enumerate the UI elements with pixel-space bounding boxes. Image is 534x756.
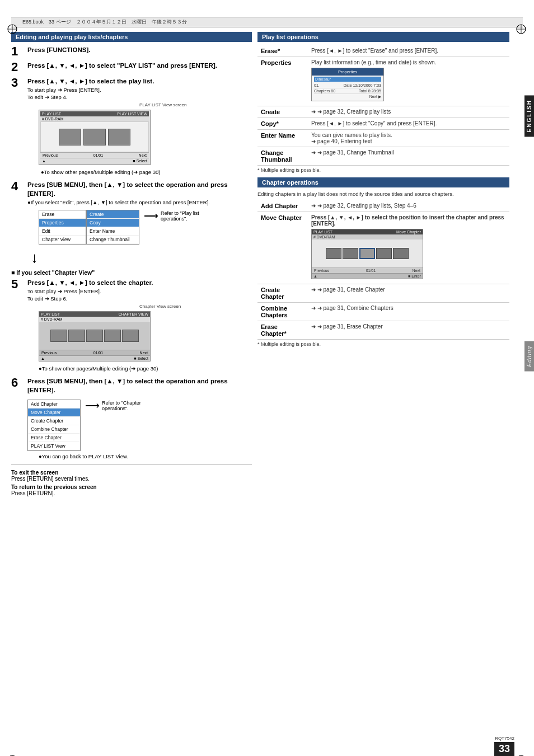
chapter-multiple-note: * Multiple editing is possible. [257, 341, 509, 347]
menu-item-properties: Properties [39, 219, 86, 227]
step-6-menu-row: Add Chapter Move Chapter Create Chapter … [27, 397, 252, 451]
step-5-bullet: ●To show other pages/Multiple editing (➜… [39, 365, 252, 372]
op-copy-desc: Press [◄, ►] to select "Copy" and press … [308, 118, 509, 130]
step-5-sub1: To start play ➜ Press [ENTER]. [27, 288, 252, 294]
op-enter-name-label: Enter Name [257, 130, 308, 147]
menu-item-erase: Erase [39, 210, 86, 219]
step-6: 6 Press [SUB MENU], then [▲, ▼] to selec… [11, 377, 252, 461]
cvs-select: ▲■ Select [39, 355, 150, 361]
op-properties-desc: Play list information (e.g., time and da… [308, 57, 509, 106]
mc-header: PLAY LIST Move Chapter [312, 229, 423, 234]
op-create-desc: ➜ ➜ page 32, Creating play lists [308, 106, 509, 118]
step-5: 5 Press [▲, ▼, ◄, ►] to select the chapt… [11, 278, 252, 373]
cvs-mid: 01/01 [93, 351, 104, 355]
screen-body [40, 121, 149, 152]
table-row-move-chapter: Move Chapter Press [▲, ▼, ◄, ►] to selec… [257, 212, 509, 284]
step-6-arrow-note: ⟶ Refer to "Chapter operations". [85, 400, 152, 412]
create-chapter-text: Create Chapter [261, 287, 284, 300]
cvs-sub: # DVD-RAM [39, 317, 150, 322]
menu-item-chapter-view: Chapter View [39, 236, 86, 244]
step-3-sub1: To start play ➜ Press [ENTER]. [27, 87, 252, 93]
exit-title-2: To return to the previous screen [11, 484, 97, 490]
table-row-copy: Copy* Press [◄, ►] to select "Copy" and … [257, 118, 509, 130]
op-properties-text: Play list information (e.g., time and da… [311, 59, 436, 65]
step-6-number: 6 [11, 377, 25, 389]
add-chapter-ref: ➜ page 32, Creating play lists, Step 4–6 [317, 203, 416, 209]
mc-right: Move Chapter [396, 230, 421, 234]
ps-row2-left: Chapters 80 [314, 89, 335, 93]
sm-erase-chapter: Erase Chapter [28, 434, 80, 442]
table-row-change-thumbnail: Change Thumbnail ➜ ➜ page 31, Change Thu… [257, 147, 509, 166]
op-create-chapter-label: Create Chapter [257, 284, 308, 303]
mc-left: PLAY LIST [313, 230, 332, 234]
page-number-area: RQT7542 33 33 [494, 736, 514, 756]
step-4-menu-container: Erase Properties Edit Chapter View Creat… [39, 208, 252, 245]
down-arrow: ↓ [31, 250, 252, 265]
step-4-arrow-note: ⟶ Refer to "Play list operations". [144, 210, 205, 222]
screen-header: PLAY LIST PLAY LIST VIEW [40, 111, 149, 116]
table-row-combine-chapters: Combine Chapters ➜ ➜ page 31, Combine Ch… [257, 303, 509, 321]
table-row-create-chapter: Create Chapter ➜ ➜ page 31, Create Chapt… [257, 284, 509, 303]
chapter-ops-table: Add Chapter ➜ ➜ page 32, Creating play l… [257, 200, 509, 340]
op-move-chapter-desc: Press [▲, ▼, ◄, ►] to select the positio… [308, 212, 509, 284]
screen-left-label: PLAY LIST [42, 112, 61, 116]
left-column: Editing and playing play lists/chapters … [11, 32, 252, 496]
enter-name-text2: ➜ page 40, Entering text [311, 138, 506, 144]
step-4-text: Press [SUB MENU], then [▲, ▼] to select … [27, 180, 252, 198]
cvs-body [39, 322, 150, 350]
step-5-text: Press [▲, ▼, ◄, ►] to select the chapter… [27, 278, 252, 287]
arrow-note-text: Refer to "Play list operations". [161, 210, 205, 222]
corner-tr [514, 22, 528, 36]
page-container: ENGLISH Editing E65.book 33 ページ ２００４年５月１… [0, 17, 534, 756]
cvs-right: CHAPTER VIEW [119, 312, 148, 316]
ps-row-1: 01. Date 12/10/2000 7:33 [314, 83, 381, 88]
sm-combine-chapter: Combine Chapter [28, 425, 80, 434]
mc-body [312, 240, 423, 267]
ps-ok-button: Next ▶ [314, 94, 381, 100]
step-3-text: Press [▲, ▼, ◄, ►] to select the play li… [27, 77, 252, 86]
step-2: 2 Press [▲, ▼, ◄, ►] to select "PLAY LIS… [11, 61, 252, 73]
cvs-header: PLAY LIST CHAPTER VIEW [39, 312, 150, 317]
op-enter-name-desc: You can give names to play lists. ➜ page… [308, 130, 509, 147]
enter-name-text1: You can give names to play lists. [311, 132, 506, 138]
top-bar: E65.book 33 ページ ２００４年５月１２日 水曜日 午後２時５３分 [11, 17, 523, 27]
playlist-ops-header: Play list operations [257, 32, 509, 42]
ps-row2-right: Total 8:28:35 [359, 89, 381, 93]
op-thumbnail-desc: ➜ ➜ page 31, Change Thumbnail [308, 147, 509, 166]
menu-item-change-thumbnail: Change Thumbnail [87, 236, 139, 244]
you-can-go-back-text: ●You can go back to PLAY LIST View. [39, 453, 128, 459]
corner-bl [6, 753, 20, 756]
step-3: 3 Press [▲, ▼, ◄, ►] to select the play … [11, 77, 252, 177]
exit-text-2: Press [RETURN]. [11, 490, 252, 496]
arrow-icon: ⟶ [144, 210, 158, 222]
playlist-multiple-note: * Multiple editing is possible. [257, 167, 509, 173]
footer-mid: 01/01 [93, 153, 104, 157]
ps-row-2: Chapters 80 Total 8:28:35 [314, 88, 381, 94]
op-create-ref: ➜ [311, 109, 317, 115]
step-1-text: Press [FUNCTIONS]. [27, 45, 252, 54]
op-erase-chapter-desc: ➜ ➜ page 31, Erase Chapter [308, 321, 509, 340]
step-5-sub2: To edit ➜ Step 6. [27, 295, 252, 302]
top-bar-text: E65.book 33 ページ ２００４年５月１２日 水曜日 午後２時５３分 [22, 19, 187, 25]
chapter-ops-header: Chapter operations [257, 177, 509, 187]
step6-arrow-icon: ⟶ [85, 400, 100, 412]
screen-3-label: PLAY LIST View screen [139, 102, 263, 107]
page-number-box: 33 [494, 742, 514, 756]
op-combine-chapters-label: Combine Chapters [257, 303, 308, 321]
playlist-ops-table: Erase* Press [◄, ►] to select "Erase" an… [257, 45, 509, 166]
menu-item-copy: Copy [87, 219, 139, 227]
exit-section: To exit the screen Press [RETURN] severa… [11, 469, 252, 496]
step-3-sub2: To edit ➜ Step 4. [27, 94, 252, 100]
step-3-bullet: ●To show other pages/Multiple editing (➜… [39, 169, 252, 175]
step-6-submenu: Add Chapter Move Chapter Create Chapter … [27, 400, 81, 451]
combine-chapters-text: Combine Chapters [261, 305, 288, 318]
table-row-enter-name: Enter Name You can give names to play li… [257, 130, 509, 147]
left-section-header: Editing and playing play lists/chapters [11, 32, 252, 42]
move-chapter-text: Move Chapter [261, 214, 302, 221]
exit-title-1: To exit the screen [11, 469, 58, 476]
right-submenu-wrap: Create Copy Enter Name Change Thumbnail [86, 210, 139, 245]
step-4-sub1: ●If you select "Edit", press [▲, ▼] to s… [27, 199, 252, 205]
cvs-footer: Previous 01/01 Next [39, 350, 150, 355]
menu-item-enter-name: Enter Name [87, 227, 139, 236]
op-combine-chapters-desc: ➜ ➜ page 31, Combine Chapters [308, 303, 509, 321]
